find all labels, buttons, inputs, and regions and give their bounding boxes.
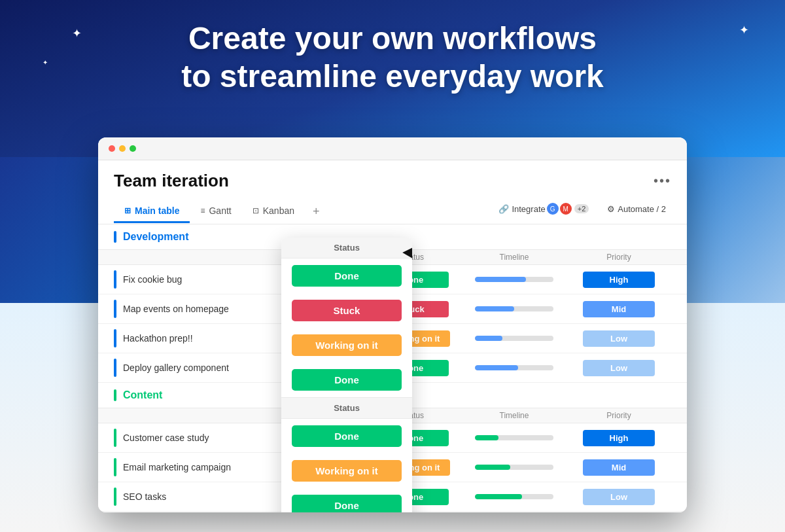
timeline-bar (475, 336, 502, 341)
tab-gantt-label: Gantt (209, 205, 231, 216)
timeline-cell (462, 365, 567, 370)
timeline-cell (462, 494, 567, 499)
integrate-icon: 🔗 (498, 204, 509, 214)
col-timeline-dev: Timeline (462, 253, 567, 262)
popup-status-item[interactable]: Done (281, 488, 412, 512)
automate-label: Automate / 2 (618, 204, 666, 214)
timeline-bar (475, 306, 514, 311)
timeline-bar (475, 365, 518, 370)
tab-main-table[interactable]: ⊞ Main table (114, 200, 190, 223)
popup-content-working: Working on it (292, 460, 402, 482)
priority-badge: High (583, 272, 655, 288)
priority-cell[interactable]: High (567, 430, 671, 446)
timeline-bar-container (475, 336, 553, 341)
priority-badge: Low (583, 360, 655, 376)
popup-status-item[interactable]: Working on it (281, 453, 412, 488)
popup-status-item[interactable]: Stuck (281, 293, 412, 328)
timeline-bar (475, 435, 498, 440)
popup-content-done-2: Done (292, 495, 402, 512)
automate-button[interactable]: ⚙ Automate / 2 (602, 202, 671, 217)
timeline-bar (475, 465, 510, 470)
board-title-row: Team iteration ••• (114, 171, 671, 191)
integrate-button[interactable]: 🔗 Integrate G M +2 (493, 199, 594, 219)
timeline-cell (462, 336, 567, 341)
timeline-bar-container (475, 277, 553, 282)
tab-kanban[interactable]: ⊡ Kanban (242, 200, 305, 223)
tabs-row: ⊞ Main table ≡ Gantt ⊡ Kanban + 🔗 Integr… (114, 199, 671, 224)
popup-status-stuck: Stuck (292, 300, 402, 321)
window-chrome (98, 137, 687, 160)
timeline-bar-container (475, 435, 553, 440)
traffic-light-red[interactable] (109, 145, 115, 152)
popup-status-item[interactable]: Done (281, 419, 412, 453)
timeline-bar-container (475, 306, 553, 311)
priority-cell[interactable]: High (567, 272, 671, 288)
popup-status-working: Working on it (292, 334, 402, 356)
priority-cell[interactable]: Mid (567, 459, 671, 476)
traffic-light-yellow[interactable] (119, 145, 126, 152)
popup-dev-header: Status (281, 238, 412, 258)
board-header: Team iteration ••• ⊞ Main table ≡ Gantt … (98, 160, 687, 224)
headline-line2: to streamline everyday work (181, 59, 604, 94)
tab-kanban-label: Kanban (263, 205, 294, 216)
priority-cell[interactable]: Mid (567, 301, 671, 317)
timeline-cell (462, 465, 567, 470)
board-menu-icon[interactable]: ••• (654, 173, 671, 188)
headline: Create your own workflows to streamline … (0, 20, 785, 95)
priority-badge: Mid (583, 301, 655, 317)
board-title: Team iteration (114, 171, 229, 191)
popup-content-done-1: Done (292, 425, 402, 447)
priority-cell[interactable]: Low (567, 489, 671, 505)
popup-status-done-1: Done (292, 265, 402, 287)
kanban-icon: ⊡ (253, 206, 259, 215)
tab-actions: 🔗 Integrate G M +2 ⚙ Automate / 2 (493, 199, 671, 224)
popup-status-done-2: Done (292, 369, 402, 391)
timeline-bar (475, 277, 526, 282)
group-color-content (114, 389, 116, 401)
headline-line1: Create your own workflows (188, 21, 597, 56)
timeline-cell (462, 277, 567, 282)
col-priority-dev: Priority (567, 253, 671, 262)
timeline-bar-container (475, 465, 553, 470)
group-color-dev (114, 231, 116, 243)
popup-status-item[interactable]: Done (281, 363, 412, 397)
automate-icon: ⚙ (607, 204, 615, 214)
col-timeline-content: Timeline (462, 411, 567, 420)
integrate-label: Integrate (512, 204, 545, 214)
popup-status-item[interactable]: Working on it (281, 328, 412, 363)
board-content: Development Owner Status Timeline Priori… (98, 224, 687, 512)
group-name-content: Content (123, 389, 162, 401)
main-table-icon: ⊞ (124, 206, 131, 215)
app-window: Team iteration ••• ⊞ Main table ≡ Gantt … (98, 137, 687, 512)
popup-status-item[interactable]: Done (281, 258, 412, 293)
integrate-avatars: G M +2 (548, 202, 589, 216)
col-priority-content: Priority (567, 411, 671, 420)
priority-badge: Low (583, 489, 655, 505)
avatar-google: G (546, 202, 560, 216)
timeline-bar-container (475, 494, 553, 499)
gantt-icon: ≡ (200, 206, 205, 215)
priority-cell[interactable]: Low (567, 360, 671, 376)
tab-main-table-label: Main table (135, 205, 179, 216)
priority-cell[interactable]: Low (567, 330, 671, 347)
timeline-cell (462, 435, 567, 440)
timeline-bar (475, 494, 522, 499)
tab-gantt[interactable]: ≡ Gantt (190, 200, 241, 223)
plus2-badge: +2 (574, 204, 589, 213)
popup-content-header: Status (281, 397, 412, 419)
priority-badge: Mid (583, 459, 655, 476)
tab-add-button[interactable]: + (305, 200, 328, 224)
avatar-gmail: M (559, 202, 573, 216)
status-popup[interactable]: Status Done Stuck Working on it Done Sta… (281, 238, 412, 512)
traffic-light-green[interactable] (130, 145, 136, 152)
group-name-dev: Development (123, 231, 188, 243)
priority-badge: High (583, 430, 655, 446)
priority-badge: Low (583, 330, 655, 347)
timeline-cell (462, 306, 567, 311)
timeline-bar-container (475, 365, 553, 370)
